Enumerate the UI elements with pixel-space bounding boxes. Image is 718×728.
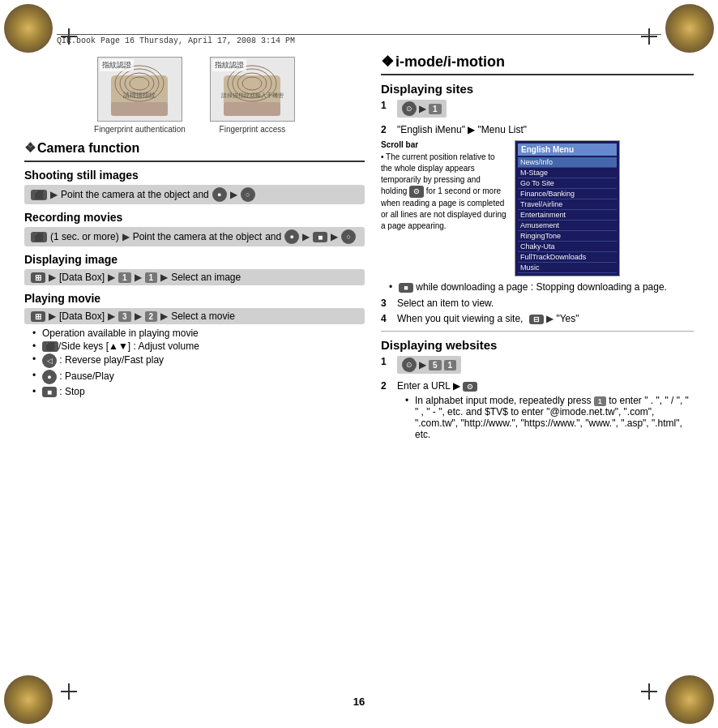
arrow-8: ▶ [135, 272, 142, 283]
site-step-3: 3 Select an item to view. [381, 298, 694, 309]
shooting-header: Shooting still images [24, 169, 365, 182]
arrow-10: ▶ [49, 310, 56, 322]
svg-rect-5 [111, 102, 168, 116]
header-line: QIR.book Page 16 Thursday, April 17, 200… [57, 34, 661, 45]
fp-caption-1: Fingerprint authentication [94, 125, 186, 134]
rec-btn-2: ● [284, 229, 299, 244]
download-btn: ■ [399, 283, 413, 293]
english-menu-screenshot: English Menu News/Info M-Stage Go To Sit… [515, 140, 620, 276]
step1-box: ⊙ ▶ 1 [397, 100, 447, 118]
menu-item-10: FullTrackDownloads [518, 252, 617, 263]
scroll-hold-btn: ⊙ [409, 186, 424, 198]
header-text: QIR.book Page 16 Thursday, April 17, 200… [57, 36, 295, 45]
displaying-sites-header: Displaying sites [381, 82, 694, 96]
arrow-1: ▶ [50, 189, 58, 200]
web-step1-btn-a: ⊙ [402, 358, 417, 372]
step1-btn-b: 1 [429, 104, 442, 114]
ok-btn-1: ○ [241, 187, 255, 202]
web-step1-box: ⊙ ▶ 5 1 [397, 356, 461, 374]
shooting-step-text: Point the camera at the object and [61, 189, 209, 200]
step-content-2: "English iMenu" ▶ "Menu List" [397, 124, 694, 135]
svg-text:請掃描指紋: 請掃描指紋 [123, 92, 156, 99]
displaying-image-step-box: ⊞ ▶ [Data Box] ▶ 1 ▶ 1 ▶ Select an image [24, 269, 365, 285]
menu-item-6: Entertainment [518, 210, 617, 221]
fingerprint-image-1: 指紋認證 請掃描指紋 [97, 57, 182, 122]
imode-section-line [381, 74, 694, 75]
corner-decoration-tr [665, 4, 714, 53]
select-image-text: Select an image [171, 272, 241, 283]
fp-label-cn-1: 指紋認證 [100, 59, 134, 71]
menu-item-9: Chaky-Uta [518, 242, 617, 252]
scroll-bar-note: Scroll bar • The current position relati… [381, 140, 506, 276]
downloading-bullet-1: ■ while downloading a page : Stopping do… [389, 281, 694, 293]
data-box-text-1: [Data Box] [59, 272, 105, 283]
svg-text:請掃描指紋或輸入手機密: 請掃描指紋或輸入手機密 [221, 92, 284, 99]
web-step1-btn-b: 5 [429, 360, 442, 370]
menu-item-2: M-Stage [518, 168, 617, 178]
quit-btn: ⊟ [529, 315, 544, 324]
side-key-icon: ⬛ [42, 341, 58, 352]
web-step-content-1: ⊙ ▶ 5 1 [397, 356, 694, 376]
playing-movie-bullets: Operation available in playing movie ⬛/S… [32, 328, 365, 397]
select-movie-text: Select a movie [171, 310, 235, 322]
playing-movie-step-box: ⊞ ▶ [Data Box] ▶ 3 ▶ 2 ▶ Select a movie [24, 308, 365, 324]
web-step2-btn: ⊙ [463, 382, 477, 392]
svg-rect-12 [224, 102, 280, 116]
right-column: ❖i-mode/i-motion Displaying sites 1 ⊙ ▶ … [381, 53, 694, 687]
step-num-3: 3 [381, 298, 391, 309]
step-content-3: Select an item to view. [397, 298, 694, 309]
fp-label-cn-2: 指紋認證 [212, 59, 246, 71]
stop-btn: ■ [42, 387, 57, 397]
camera-section-header: ❖Camera function [24, 140, 365, 156]
rec-btn-3: ■ [313, 232, 327, 242]
menu-item-11: Music [518, 263, 617, 273]
web-bullet-1: In alphabet input mode, repeatedly press… [405, 395, 694, 440]
diamond-icon-camera: ❖ [24, 141, 36, 155]
fingerprint-image-2: 指紋認證 請掃描指紋或輸入手機密 [210, 57, 295, 122]
step4-text: When you quit viewing a site, [397, 313, 523, 324]
step2-text: "English iMenu" ▶ "Menu List" [397, 124, 527, 135]
shooting-step-box: ⬛ ▶ Point the camera at the object and ●… [24, 185, 365, 204]
num-3: 3 [118, 311, 131, 322]
num-1a: 1 [118, 272, 131, 283]
arrow-6: ▶ [49, 272, 56, 283]
step3-text: Select an item to view. [397, 298, 494, 309]
pause-btn: ● [42, 370, 57, 384]
site-step-2: 2 "English iMenu" ▶ "Menu List" [381, 124, 694, 135]
displaying-image-header: Displaying image [24, 253, 365, 266]
menu-screenshot-area: Scroll bar • The current position relati… [381, 140, 694, 276]
arrow-9: ▶ [160, 272, 168, 283]
arrow-11: ▶ [108, 310, 115, 322]
recording-step-box: ⬛ (1 sec. or more) ▶ Point the camera at… [24, 227, 365, 246]
diamond-icon-imode: ❖ [381, 54, 394, 70]
menu-item-8: RingingTone [518, 231, 617, 242]
corner-decoration-tl [4, 4, 53, 53]
scroll-bar-text: • The current position relative to the w… [381, 152, 506, 232]
step-num-4: 4 [381, 313, 391, 324]
bullet-item-1: Operation available in playing movie [32, 328, 365, 339]
arrow-5: ▶ [331, 231, 338, 242]
imode-title: ❖i-mode/i-motion [381, 53, 694, 71]
step1-btn-a: ⊙ [402, 101, 417, 116]
divider-1 [381, 331, 694, 332]
fingerprint-box-2: 指紋認證 請掃描指紋或輸入手機密 Fingerprint access [210, 57, 295, 134]
data-box-btn-1: ⊞ [31, 272, 45, 283]
displaying-websites-header: Displaying websites [381, 338, 694, 352]
left-column: 指紋認證 請掃描指紋 Fingerprint authentication [24, 53, 365, 687]
fingerprint-area: 指紋認證 請掃描指紋 Fingerprint authentication [24, 57, 365, 134]
fingerprint-box-1: 指紋認證 請掃描指紋 Fingerprint authentication [94, 57, 186, 134]
menu-item-3: Go To Site [518, 178, 617, 189]
site-step-1: 1 ⊙ ▶ 1 [381, 100, 694, 120]
web-step-num-1: 1 [381, 356, 391, 367]
step-content-4: When you quit viewing a site, ⊟ ▶ "Yes" [397, 313, 694, 324]
rec-btn-icon: ⬛ [31, 232, 47, 242]
arrow-2: ▶ [230, 189, 237, 200]
arrow-3: ▶ [122, 231, 130, 242]
web-step2-bullets: In alphabet input mode, repeatedly press… [405, 395, 694, 440]
main-content: 指紋認證 請掃描指紋 Fingerprint authentication [24, 53, 694, 687]
ok-btn-2: ○ [341, 229, 356, 244]
page-number: 16 [353, 696, 365, 708]
step-content-1: ⊙ ▶ 1 [397, 100, 694, 120]
menu-item-4: Finance/Banking [518, 189, 617, 199]
menu-item-1: News/Info [518, 157, 617, 168]
